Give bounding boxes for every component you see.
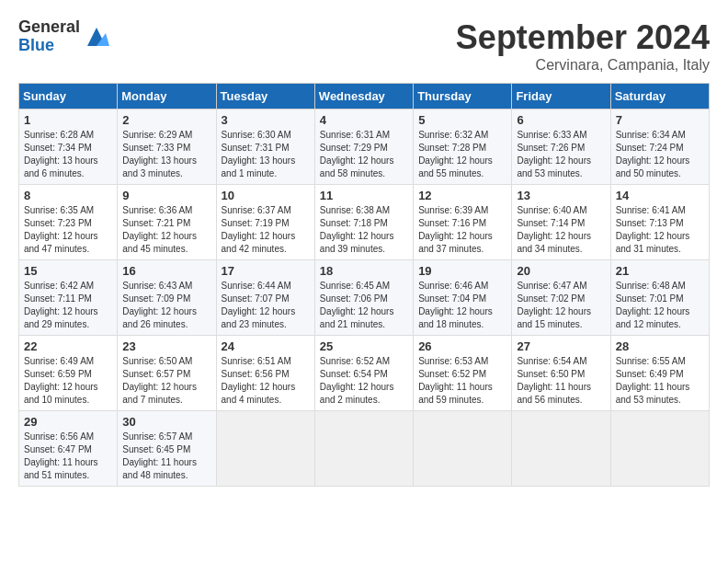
cell-info: Sunrise: 6:57 AMSunset: 6:45 PMDaylight:… bbox=[122, 431, 210, 482]
title-block: September 2024 Cervinara, Campania, Ital… bbox=[456, 18, 710, 74]
calendar-cell: 25Sunrise: 6:52 AMSunset: 6:54 PMDayligh… bbox=[314, 336, 413, 411]
day-number: 30 bbox=[122, 415, 210, 429]
cell-info: Sunrise: 6:37 AMSunset: 7:19 PMDaylight:… bbox=[222, 204, 310, 256]
calendar-cell: 21Sunrise: 6:48 AMSunset: 7:01 PMDayligh… bbox=[610, 260, 709, 336]
day-number: 15 bbox=[24, 264, 112, 278]
day-number: 12 bbox=[418, 189, 506, 202]
day-number: 29 bbox=[24, 415, 112, 429]
column-header-sunday: Sunday bbox=[19, 84, 118, 109]
day-number: 25 bbox=[320, 339, 408, 353]
cell-info: Sunrise: 6:53 AMSunset: 6:52 PMDaylight:… bbox=[418, 355, 506, 407]
logo-icon bbox=[84, 24, 109, 50]
day-number: 13 bbox=[517, 189, 605, 202]
day-number: 17 bbox=[222, 264, 310, 278]
cell-info: Sunrise: 6:43 AMSunset: 7:09 PMDaylight:… bbox=[122, 280, 210, 331]
week-row-4: 22Sunrise: 6:49 AMSunset: 6:59 PMDayligh… bbox=[19, 336, 710, 411]
calendar-cell: 13Sunrise: 6:40 AMSunset: 7:14 PMDayligh… bbox=[512, 185, 610, 260]
calendar-cell bbox=[216, 411, 314, 487]
week-row-5: 29Sunrise: 6:56 AMSunset: 6:47 PMDayligh… bbox=[19, 411, 710, 487]
calendar-cell: 30Sunrise: 6:57 AMSunset: 6:45 PMDayligh… bbox=[118, 411, 216, 487]
logo: General Blue bbox=[18, 18, 109, 55]
column-header-saturday: Saturday bbox=[610, 84, 709, 109]
day-number: 19 bbox=[418, 264, 506, 278]
calendar-table: SundayMondayTuesdayWednesdayThursdayFrid… bbox=[18, 83, 710, 487]
cell-info: Sunrise: 6:36 AMSunset: 7:21 PMDaylight:… bbox=[122, 204, 210, 256]
header-row: SundayMondayTuesdayWednesdayThursdayFrid… bbox=[19, 84, 710, 109]
calendar-cell bbox=[610, 411, 709, 487]
day-number: 7 bbox=[616, 113, 704, 127]
day-number: 22 bbox=[24, 339, 112, 353]
logo-blue: Blue bbox=[18, 37, 80, 55]
calendar-cell: 16Sunrise: 6:43 AMSunset: 7:09 PMDayligh… bbox=[118, 260, 216, 336]
calendar-cell: 26Sunrise: 6:53 AMSunset: 6:52 PMDayligh… bbox=[414, 336, 512, 411]
day-number: 10 bbox=[222, 189, 310, 202]
cell-info: Sunrise: 6:34 AMSunset: 7:24 PMDaylight:… bbox=[616, 129, 704, 180]
day-number: 16 bbox=[122, 264, 210, 278]
calendar-cell: 23Sunrise: 6:50 AMSunset: 6:57 PMDayligh… bbox=[118, 336, 216, 411]
calendar-cell: 7Sunrise: 6:34 AMSunset: 7:24 PMDaylight… bbox=[610, 109, 709, 185]
calendar-cell: 15Sunrise: 6:42 AMSunset: 7:11 PMDayligh… bbox=[19, 260, 118, 336]
day-number: 20 bbox=[517, 264, 605, 278]
calendar-cell: 9Sunrise: 6:36 AMSunset: 7:21 PMDaylight… bbox=[118, 185, 216, 260]
calendar-cell: 4Sunrise: 6:31 AMSunset: 7:29 PMDaylight… bbox=[314, 109, 413, 185]
cell-info: Sunrise: 6:51 AMSunset: 6:56 PMDaylight:… bbox=[222, 355, 310, 407]
day-number: 9 bbox=[122, 189, 210, 202]
column-header-tuesday: Tuesday bbox=[216, 84, 314, 109]
day-number: 23 bbox=[122, 339, 210, 353]
cell-info: Sunrise: 6:38 AMSunset: 7:18 PMDaylight:… bbox=[320, 204, 408, 256]
cell-info: Sunrise: 6:39 AMSunset: 7:16 PMDaylight:… bbox=[418, 204, 506, 256]
day-number: 27 bbox=[517, 339, 605, 353]
calendar-cell: 5Sunrise: 6:32 AMSunset: 7:28 PMDaylight… bbox=[414, 109, 512, 185]
month-title: September 2024 bbox=[456, 18, 710, 57]
cell-info: Sunrise: 6:48 AMSunset: 7:01 PMDaylight:… bbox=[616, 280, 704, 331]
day-number: 21 bbox=[616, 264, 704, 278]
calendar-cell: 18Sunrise: 6:45 AMSunset: 7:06 PMDayligh… bbox=[314, 260, 413, 336]
cell-info: Sunrise: 6:50 AMSunset: 6:57 PMDaylight:… bbox=[122, 355, 210, 407]
day-number: 4 bbox=[320, 113, 408, 127]
cell-info: Sunrise: 6:35 AMSunset: 7:23 PMDaylight:… bbox=[24, 204, 112, 256]
calendar-cell: 2Sunrise: 6:29 AMSunset: 7:33 PMDaylight… bbox=[118, 109, 216, 185]
calendar-cell: 20Sunrise: 6:47 AMSunset: 7:02 PMDayligh… bbox=[512, 260, 610, 336]
calendar-cell: 12Sunrise: 6:39 AMSunset: 7:16 PMDayligh… bbox=[414, 185, 512, 260]
column-header-thursday: Thursday bbox=[414, 84, 512, 109]
cell-info: Sunrise: 6:47 AMSunset: 7:02 PMDaylight:… bbox=[517, 280, 605, 331]
day-number: 11 bbox=[320, 189, 408, 202]
day-number: 8 bbox=[24, 189, 112, 202]
day-number: 5 bbox=[418, 113, 506, 127]
day-number: 24 bbox=[222, 339, 310, 353]
logo-general: General bbox=[18, 18, 80, 37]
column-header-wednesday: Wednesday bbox=[314, 84, 413, 109]
day-number: 3 bbox=[222, 113, 310, 127]
calendar-cell bbox=[314, 411, 413, 487]
calendar-cell: 29Sunrise: 6:56 AMSunset: 6:47 PMDayligh… bbox=[19, 411, 118, 487]
cell-info: Sunrise: 6:56 AMSunset: 6:47 PMDaylight:… bbox=[24, 431, 112, 482]
cell-info: Sunrise: 6:40 AMSunset: 7:14 PMDaylight:… bbox=[517, 204, 605, 256]
cell-info: Sunrise: 6:46 AMSunset: 7:04 PMDaylight:… bbox=[418, 280, 506, 331]
column-header-friday: Friday bbox=[512, 84, 610, 109]
cell-info: Sunrise: 6:30 AMSunset: 7:31 PMDaylight:… bbox=[222, 129, 310, 180]
calendar-cell: 28Sunrise: 6:55 AMSunset: 6:49 PMDayligh… bbox=[610, 336, 709, 411]
cell-info: Sunrise: 6:52 AMSunset: 6:54 PMDaylight:… bbox=[320, 355, 408, 407]
calendar-cell: 24Sunrise: 6:51 AMSunset: 6:56 PMDayligh… bbox=[216, 336, 314, 411]
day-number: 6 bbox=[517, 113, 605, 127]
calendar-cell: 1Sunrise: 6:28 AMSunset: 7:34 PMDaylight… bbox=[19, 109, 118, 185]
page-header: General Blue September 2024 Cervinara, C… bbox=[18, 18, 710, 74]
cell-info: Sunrise: 6:28 AMSunset: 7:34 PMDaylight:… bbox=[24, 129, 112, 180]
calendar-cell: 10Sunrise: 6:37 AMSunset: 7:19 PMDayligh… bbox=[216, 185, 314, 260]
cell-info: Sunrise: 6:44 AMSunset: 7:07 PMDaylight:… bbox=[222, 280, 310, 331]
calendar-cell: 19Sunrise: 6:46 AMSunset: 7:04 PMDayligh… bbox=[414, 260, 512, 336]
cell-info: Sunrise: 6:41 AMSunset: 7:13 PMDaylight:… bbox=[616, 204, 704, 256]
day-number: 18 bbox=[320, 264, 408, 278]
cell-info: Sunrise: 6:49 AMSunset: 6:59 PMDaylight:… bbox=[24, 355, 112, 407]
week-row-2: 8Sunrise: 6:35 AMSunset: 7:23 PMDaylight… bbox=[19, 185, 710, 260]
calendar-cell: 6Sunrise: 6:33 AMSunset: 7:26 PMDaylight… bbox=[512, 109, 610, 185]
calendar-cell bbox=[414, 411, 512, 487]
calendar-cell: 8Sunrise: 6:35 AMSunset: 7:23 PMDaylight… bbox=[19, 185, 118, 260]
day-number: 1 bbox=[24, 113, 112, 127]
cell-info: Sunrise: 6:31 AMSunset: 7:29 PMDaylight:… bbox=[320, 129, 408, 180]
calendar-cell: 14Sunrise: 6:41 AMSunset: 7:13 PMDayligh… bbox=[610, 185, 709, 260]
calendar-cell: 3Sunrise: 6:30 AMSunset: 7:31 PMDaylight… bbox=[216, 109, 314, 185]
cell-info: Sunrise: 6:42 AMSunset: 7:11 PMDaylight:… bbox=[24, 280, 112, 331]
day-number: 26 bbox=[418, 339, 506, 353]
location: Cervinara, Campania, Italy bbox=[456, 57, 710, 74]
